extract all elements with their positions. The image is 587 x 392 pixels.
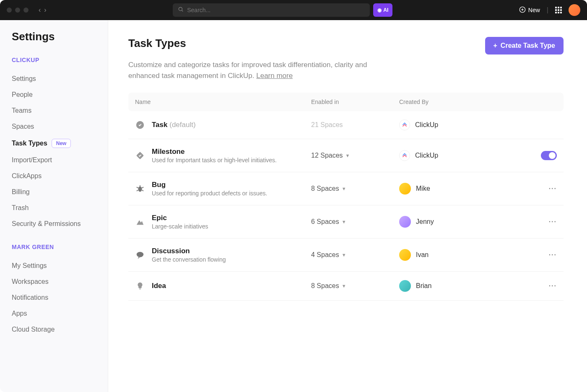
- task-type-icon: [135, 217, 145, 227]
- apps-icon[interactable]: [555, 7, 562, 13]
- svg-line-9: [137, 187, 138, 188]
- enabled-in-cell: 21 Spaces: [311, 121, 399, 129]
- page-title: Task Types: [128, 37, 186, 50]
- search-bar[interactable]: [173, 3, 370, 17]
- chevron-down-icon: ▼: [342, 219, 346, 224]
- new-label: New: [528, 7, 540, 13]
- creator-avatar: [399, 249, 411, 261]
- col-name: Name: [135, 99, 311, 105]
- table-header: Name Enabled in Created By: [128, 93, 564, 111]
- forward-button[interactable]: ›: [44, 6, 46, 14]
- sidebar-item-spaces[interactable]: Spaces: [12, 119, 96, 135]
- task-type-icon: [135, 120, 145, 130]
- creator-cell: Brian: [399, 280, 523, 292]
- col-enabled: Enabled in: [311, 99, 399, 105]
- sidebar-item-security[interactable]: Security & Permissions: [12, 216, 96, 232]
- enable-toggle[interactable]: [541, 151, 557, 160]
- sidebar-item-apps[interactable]: Apps: [12, 306, 96, 322]
- table-row[interactable]: Task (default)21 Spaces ClickUp: [128, 111, 564, 139]
- task-type-icon: [135, 281, 145, 291]
- sidebar-item-billing[interactable]: Billing: [12, 184, 96, 200]
- task-types-table: Name Enabled in Created By Task (default…: [128, 93, 564, 301]
- ai-label: AI: [383, 7, 388, 13]
- sidebar-item-cloud-storage[interactable]: Cloud Storage: [12, 322, 96, 337]
- page-subtitle: Customize and categorize tasks for impro…: [128, 60, 397, 81]
- table-row[interactable]: BugUsed for reporting product defects or…: [128, 172, 564, 205]
- svg-line-12: [142, 190, 144, 191]
- svg-line-1: [182, 10, 183, 12]
- creator-avatar: [399, 183, 411, 195]
- svg-point-0: [179, 7, 182, 10]
- table-row[interactable]: EpicLarge-scale initiatives6 Spaces ▼Jen…: [128, 205, 564, 239]
- search-icon: [178, 6, 184, 14]
- svg-point-7: [138, 187, 142, 192]
- creator-cell: ClickUp: [399, 119, 523, 130]
- create-task-type-button[interactable]: + Create Task Type: [485, 37, 564, 55]
- enabled-in-cell[interactable]: 4 Spaces ▼: [311, 251, 399, 259]
- more-menu[interactable]: ···: [549, 251, 557, 259]
- chevron-down-icon: ▼: [342, 252, 346, 257]
- user-avatar[interactable]: [569, 4, 580, 16]
- sparkle-icon: ◉: [377, 7, 382, 13]
- plus-icon: [519, 6, 526, 14]
- svg-line-11: [137, 190, 138, 191]
- sidebar-item-notifications[interactable]: Notifications: [12, 290, 96, 306]
- back-button[interactable]: ‹: [39, 6, 41, 14]
- sidebar-item-my-settings[interactable]: My Settings: [12, 258, 96, 274]
- sidebar-item-clickapps[interactable]: ClickApps: [12, 168, 96, 184]
- sidebar: Settings CLICKUP Settings People Teams S…: [0, 20, 108, 392]
- creator-cell: ClickUp: [399, 150, 523, 161]
- enabled-in-cell[interactable]: 8 Spaces ▼: [311, 185, 399, 192]
- svg-point-13: [137, 252, 144, 257]
- task-type-icon: [135, 250, 145, 260]
- more-menu[interactable]: ···: [549, 218, 557, 226]
- creator-cell: Ivan: [399, 249, 523, 261]
- main-content: Task Types + Create Task Type Customize …: [108, 20, 587, 392]
- sidebar-item-task-types[interactable]: Task Types New: [12, 135, 96, 152]
- clickup-logo-icon: [399, 119, 410, 130]
- task-type-icon: [135, 184, 145, 194]
- sidebar-item-import-export[interactable]: Import/Export: [12, 152, 96, 168]
- topbar: ‹ › ◉ AI New |: [0, 0, 587, 20]
- sidebar-item-settings[interactable]: Settings: [12, 71, 96, 87]
- chevron-down-icon: ▼: [342, 186, 346, 191]
- nav-arrows: ‹ ›: [39, 6, 47, 14]
- enabled-in-cell[interactable]: 6 Spaces ▼: [311, 218, 399, 226]
- creator-avatar: [399, 280, 411, 292]
- creator-avatar: [399, 216, 411, 228]
- clickup-logo-icon: [399, 150, 410, 161]
- creator-cell: Jenny: [399, 216, 523, 228]
- creator-cell: Mike: [399, 183, 523, 195]
- sidebar-section-user: MARK GREEN: [12, 244, 96, 250]
- svg-rect-14: [139, 288, 141, 289]
- table-row[interactable]: DiscussionGet the conversation flowing4 …: [128, 239, 564, 272]
- chevron-down-icon: ▼: [342, 283, 346, 288]
- chevron-down-icon: ▼: [345, 153, 350, 158]
- sidebar-section-clickup: CLICKUP: [12, 57, 96, 63]
- table-row[interactable]: Idea8 Spaces ▼Brian···: [128, 272, 564, 301]
- svg-line-10: [142, 187, 144, 188]
- enabled-in-cell[interactable]: 12 Spaces ▼: [311, 152, 399, 159]
- sidebar-title: Settings: [12, 30, 96, 43]
- plus-icon: +: [493, 42, 497, 49]
- new-badge: New: [52, 139, 71, 148]
- new-button[interactable]: New: [519, 6, 540, 14]
- col-created: Created By: [399, 99, 523, 105]
- more-menu[interactable]: ···: [549, 282, 557, 290]
- ai-button[interactable]: ◉ AI: [373, 3, 392, 17]
- learn-more-link[interactable]: Learn more: [256, 72, 293, 80]
- sidebar-item-people[interactable]: People: [12, 87, 96, 103]
- sidebar-item-workspaces[interactable]: Workspaces: [12, 274, 96, 290]
- search-input[interactable]: [187, 7, 365, 13]
- enabled-in-cell[interactable]: 8 Spaces ▼: [311, 282, 399, 290]
- more-menu[interactable]: ···: [549, 185, 557, 192]
- create-btn-label: Create Task Type: [501, 42, 555, 49]
- window-controls: [7, 8, 29, 13]
- sidebar-item-trash[interactable]: Trash: [12, 200, 96, 216]
- table-row[interactable]: MilestoneUsed for Important tasks or hig…: [128, 139, 564, 172]
- task-type-icon: [135, 151, 145, 161]
- sidebar-item-teams[interactable]: Teams: [12, 103, 96, 119]
